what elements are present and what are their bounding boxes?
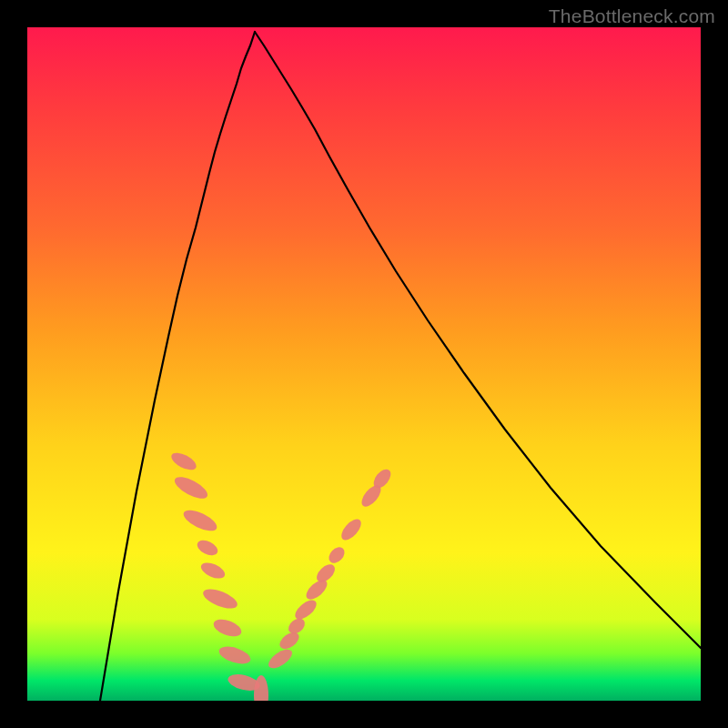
curves-svg — [27, 27, 701, 701]
highlight-point — [181, 506, 220, 535]
plot-area — [27, 27, 701, 701]
highlight-points — [168, 450, 394, 701]
watermark-text: TheBottleneck.com — [549, 5, 715, 27]
highlight-point — [217, 643, 252, 667]
curve-paths — [100, 32, 701, 701]
curve-right-branch — [255, 32, 701, 648]
chart-stage: TheBottleneck.com — [0, 0, 728, 728]
highlight-point — [198, 560, 227, 581]
highlight-point — [266, 646, 296, 672]
highlight-point — [200, 585, 239, 612]
highlight-point — [292, 597, 319, 623]
highlight-point — [172, 473, 211, 503]
highlight-point — [168, 450, 198, 473]
highlight-point — [195, 537, 220, 558]
highlight-point — [326, 544, 348, 566]
highlight-point — [211, 616, 244, 640]
highlight-point — [254, 675, 268, 701]
highlight-point — [338, 516, 364, 543]
